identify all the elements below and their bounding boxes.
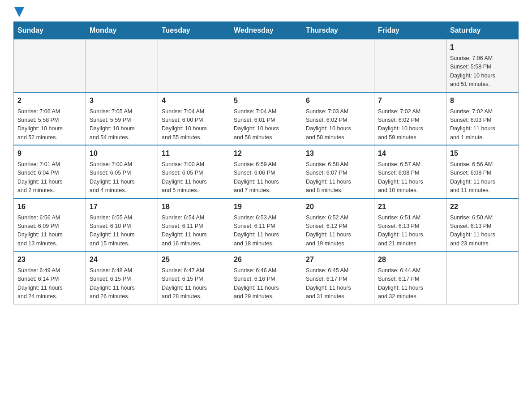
calendar-week-row: 23Sunrise: 6:49 AM Sunset: 6:14 PM Dayli… (14, 251, 519, 304)
day-info: Sunrise: 6:54 AM Sunset: 6:11 PM Dayligh… (162, 214, 226, 248)
calendar-cell: 26Sunrise: 6:46 AM Sunset: 6:16 PM Dayli… (230, 251, 302, 304)
calendar-cell: 13Sunrise: 6:58 AM Sunset: 6:07 PM Dayli… (302, 145, 374, 198)
calendar-cell (374, 39, 446, 92)
day-number: 27 (306, 254, 370, 265)
day-number: 17 (90, 201, 154, 212)
calendar-cell: 21Sunrise: 6:51 AM Sunset: 6:13 PM Dayli… (374, 198, 446, 252)
day-of-week-header: Friday (374, 22, 446, 39)
calendar-table: SundayMondayTuesdayWednesdayThursdayFrid… (13, 21, 519, 304)
calendar-cell: 16Sunrise: 6:56 AM Sunset: 6:09 PM Dayli… (14, 198, 86, 252)
day-info: Sunrise: 7:04 AM Sunset: 6:01 PM Dayligh… (234, 107, 298, 142)
day-number: 8 (450, 95, 515, 106)
page-header (13, 9, 519, 17)
day-info: Sunrise: 7:06 AM Sunset: 5:58 PM Dayligh… (17, 107, 82, 142)
day-info: Sunrise: 6:56 AM Sunset: 6:08 PM Dayligh… (450, 160, 515, 195)
day-of-week-header: Wednesday (230, 22, 302, 39)
calendar-header-row: SundayMondayTuesdayWednesdayThursdayFrid… (14, 22, 519, 39)
day-info: Sunrise: 6:59 AM Sunset: 6:06 PM Dayligh… (234, 160, 298, 195)
calendar-cell: 25Sunrise: 6:47 AM Sunset: 6:15 PM Dayli… (158, 251, 230, 304)
day-number: 4 (162, 95, 226, 106)
calendar-cell: 23Sunrise: 6:49 AM Sunset: 6:14 PM Dayli… (14, 251, 86, 304)
day-number: 7 (378, 95, 442, 106)
svg-marker-0 (14, 7, 24, 17)
day-number: 12 (234, 148, 298, 159)
calendar-cell: 17Sunrise: 6:55 AM Sunset: 6:10 PM Dayli… (86, 198, 158, 252)
calendar-cell (14, 39, 86, 92)
day-info: Sunrise: 6:55 AM Sunset: 6:10 PM Dayligh… (90, 214, 154, 248)
calendar-cell: 19Sunrise: 6:53 AM Sunset: 6:11 PM Dayli… (230, 198, 302, 252)
day-of-week-header: Saturday (446, 22, 519, 39)
calendar-cell: 5Sunrise: 7:04 AM Sunset: 6:01 PM Daylig… (230, 92, 302, 146)
day-number: 2 (17, 95, 82, 106)
day-info: Sunrise: 7:00 AM Sunset: 6:05 PM Dayligh… (162, 160, 226, 195)
calendar-cell: 22Sunrise: 6:50 AM Sunset: 6:13 PM Dayli… (446, 198, 519, 252)
day-number: 5 (234, 95, 298, 106)
calendar-cell: 2Sunrise: 7:06 AM Sunset: 5:58 PM Daylig… (14, 92, 86, 146)
day-of-week-header: Monday (86, 22, 158, 39)
calendar-cell (86, 39, 158, 92)
day-info: Sunrise: 6:50 AM Sunset: 6:13 PM Dayligh… (450, 214, 515, 248)
day-number: 1 (450, 42, 515, 53)
calendar-cell: 27Sunrise: 6:45 AM Sunset: 6:17 PM Dayli… (302, 251, 374, 304)
calendar-cell: 28Sunrise: 6:44 AM Sunset: 6:17 PM Dayli… (374, 251, 446, 304)
day-info: Sunrise: 7:01 AM Sunset: 6:04 PM Dayligh… (17, 160, 82, 195)
calendar-cell: 18Sunrise: 6:54 AM Sunset: 6:11 PM Dayli… (158, 198, 230, 252)
calendar-cell (158, 39, 230, 92)
logo (13, 9, 24, 17)
day-info: Sunrise: 7:05 AM Sunset: 5:59 PM Dayligh… (90, 107, 154, 142)
day-info: Sunrise: 6:53 AM Sunset: 6:11 PM Dayligh… (234, 214, 298, 248)
calendar-cell: 10Sunrise: 7:00 AM Sunset: 6:05 PM Dayli… (86, 145, 158, 198)
calendar-cell: 8Sunrise: 7:02 AM Sunset: 6:03 PM Daylig… (446, 92, 519, 146)
day-info: Sunrise: 6:44 AM Sunset: 6:17 PM Dayligh… (378, 266, 442, 301)
day-info: Sunrise: 7:04 AM Sunset: 6:00 PM Dayligh… (162, 107, 226, 142)
calendar-week-row: 1Sunrise: 7:06 AM Sunset: 5:58 PM Daylig… (14, 39, 519, 92)
day-of-week-header: Tuesday (158, 22, 230, 39)
day-info: Sunrise: 6:56 AM Sunset: 6:09 PM Dayligh… (17, 214, 82, 248)
day-number: 25 (162, 254, 226, 265)
calendar-cell: 6Sunrise: 7:03 AM Sunset: 6:02 PM Daylig… (302, 92, 374, 146)
day-number: 11 (162, 148, 226, 159)
calendar-cell: 7Sunrise: 7:02 AM Sunset: 6:02 PM Daylig… (374, 92, 446, 146)
calendar-cell: 14Sunrise: 6:57 AM Sunset: 6:08 PM Dayli… (374, 145, 446, 198)
day-info: Sunrise: 7:02 AM Sunset: 6:02 PM Dayligh… (378, 107, 442, 142)
calendar-cell: 3Sunrise: 7:05 AM Sunset: 5:59 PM Daylig… (86, 92, 158, 146)
day-info: Sunrise: 6:45 AM Sunset: 6:17 PM Dayligh… (306, 266, 370, 301)
day-info: Sunrise: 7:03 AM Sunset: 6:02 PM Dayligh… (306, 107, 370, 142)
calendar-week-row: 9Sunrise: 7:01 AM Sunset: 6:04 PM Daylig… (14, 145, 519, 198)
calendar-week-row: 2Sunrise: 7:06 AM Sunset: 5:58 PM Daylig… (14, 92, 519, 146)
day-number: 13 (306, 148, 370, 159)
day-number: 14 (378, 148, 442, 159)
day-info: Sunrise: 6:58 AM Sunset: 6:07 PM Dayligh… (306, 160, 370, 195)
day-number: 10 (90, 148, 154, 159)
day-number: 26 (234, 254, 298, 265)
day-number: 22 (450, 201, 515, 212)
day-number: 3 (90, 95, 154, 106)
calendar-cell: 9Sunrise: 7:01 AM Sunset: 6:04 PM Daylig… (14, 145, 86, 198)
calendar-cell: 11Sunrise: 7:00 AM Sunset: 6:05 PM Dayli… (158, 145, 230, 198)
day-info: Sunrise: 6:57 AM Sunset: 6:08 PM Dayligh… (378, 160, 442, 195)
day-number: 9 (17, 148, 82, 159)
calendar-cell (302, 39, 374, 92)
day-info: Sunrise: 6:48 AM Sunset: 6:15 PM Dayligh… (90, 266, 154, 301)
calendar-cell: 4Sunrise: 7:04 AM Sunset: 6:00 PM Daylig… (158, 92, 230, 146)
day-number: 20 (306, 201, 370, 212)
day-number: 6 (306, 95, 370, 106)
day-number: 16 (17, 201, 82, 212)
day-number: 24 (90, 254, 154, 265)
day-of-week-header: Thursday (302, 22, 374, 39)
day-info: Sunrise: 6:52 AM Sunset: 6:12 PM Dayligh… (306, 214, 370, 248)
day-info: Sunrise: 7:00 AM Sunset: 6:05 PM Dayligh… (90, 160, 154, 195)
calendar-week-row: 16Sunrise: 6:56 AM Sunset: 6:09 PM Dayli… (14, 198, 519, 252)
day-info: Sunrise: 7:02 AM Sunset: 6:03 PM Dayligh… (450, 107, 515, 142)
day-info: Sunrise: 6:49 AM Sunset: 6:14 PM Dayligh… (17, 266, 82, 301)
day-number: 28 (378, 254, 442, 265)
calendar-cell: 15Sunrise: 6:56 AM Sunset: 6:08 PM Dayli… (446, 145, 519, 198)
day-info: Sunrise: 6:47 AM Sunset: 6:15 PM Dayligh… (162, 266, 226, 301)
day-info: Sunrise: 6:46 AM Sunset: 6:16 PM Dayligh… (234, 266, 298, 301)
logo-triangle-icon (14, 7, 24, 17)
day-number: 15 (450, 148, 515, 159)
day-number: 23 (17, 254, 82, 265)
calendar-cell: 24Sunrise: 6:48 AM Sunset: 6:15 PM Dayli… (86, 251, 158, 304)
calendar-cell: 20Sunrise: 6:52 AM Sunset: 6:12 PM Dayli… (302, 198, 374, 252)
day-of-week-header: Sunday (14, 22, 86, 39)
